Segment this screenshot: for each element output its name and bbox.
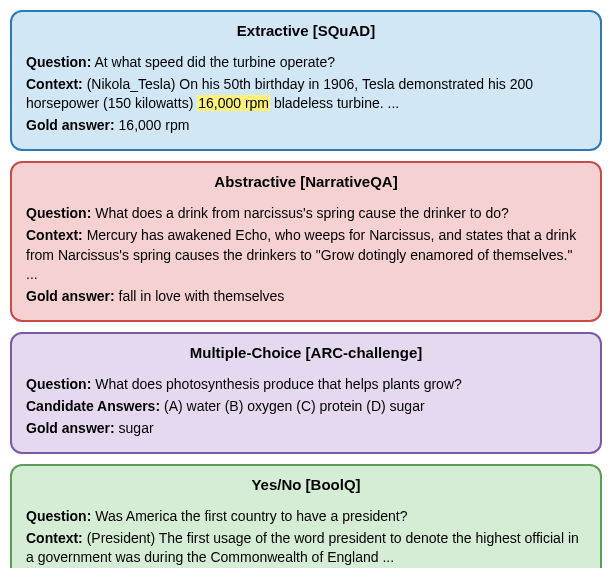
candidate-row: Candidate Answers: (A) water (B) oxygen …: [26, 397, 586, 417]
question-row: Question: Was America the first country …: [26, 507, 586, 527]
question-text: What does photosynthesis produce that he…: [95, 376, 462, 392]
gold-text: 16,000 rpm: [119, 117, 190, 133]
question-label: Question:: [26, 54, 91, 70]
question-label: Question:: [26, 376, 91, 392]
card-title-yesno: Yes/No [BoolQ]: [26, 476, 586, 493]
context-highlight: 16,000 rpm: [197, 95, 270, 111]
question-row: Question: At what speed did the turbine …: [26, 53, 586, 73]
gold-label: Gold answer:: [26, 420, 115, 436]
question-label: Question:: [26, 508, 91, 524]
context-post: bladeless turbine. ...: [270, 95, 399, 111]
gold-row: Gold answer: sugar: [26, 419, 586, 439]
gold-label: Gold answer:: [26, 117, 115, 133]
context-label: Context:: [26, 530, 83, 546]
card-abstractive: Abstractive [NarrativeQA] Question: What…: [10, 161, 602, 322]
context-row: Context: (President) The first usage of …: [26, 529, 586, 568]
card-title-mc: Multiple-Choice [ARC-challenge]: [26, 344, 586, 361]
card-title-extractive: Extractive [SQuAD]: [26, 22, 586, 39]
context-row: Context: (Nikola_Tesla) On his 50th birt…: [26, 75, 586, 114]
candidate-text: (A) water (B) oxygen (C) protein (D) sug…: [164, 398, 425, 414]
gold-text: fall in love with themselves: [119, 288, 285, 304]
context-text: (President) The first usage of the word …: [26, 530, 579, 566]
gold-row: Gold answer: fall in love with themselve…: [26, 287, 586, 307]
card-multiple-choice: Multiple-Choice [ARC-challenge] Question…: [10, 332, 602, 454]
question-row: Question: What does a drink from narciss…: [26, 204, 586, 224]
candidate-label: Candidate Answers:: [26, 398, 160, 414]
card-yesno: Yes/No [BoolQ] Question: Was America the…: [10, 464, 602, 568]
question-text: At what speed did the turbine operate?: [94, 54, 335, 70]
context-label: Context:: [26, 227, 83, 243]
context-text: Mercury has awakened Echo, who weeps for…: [26, 227, 576, 282]
question-row: Question: What does photosynthesis produ…: [26, 375, 586, 395]
question-label: Question:: [26, 205, 91, 221]
context-label: Context:: [26, 76, 83, 92]
context-row: Context: Mercury has awakened Echo, who …: [26, 226, 586, 285]
question-text: What does a drink from narcissus's sprin…: [95, 205, 509, 221]
gold-text: sugar: [119, 420, 154, 436]
gold-label: Gold answer:: [26, 288, 115, 304]
card-extractive: Extractive [SQuAD] Question: At what spe…: [10, 10, 602, 151]
gold-row: Gold answer: 16,000 rpm: [26, 116, 586, 136]
card-title-abstractive: Abstractive [NarrativeQA]: [26, 173, 586, 190]
question-text: Was America the first country to have a …: [95, 508, 407, 524]
